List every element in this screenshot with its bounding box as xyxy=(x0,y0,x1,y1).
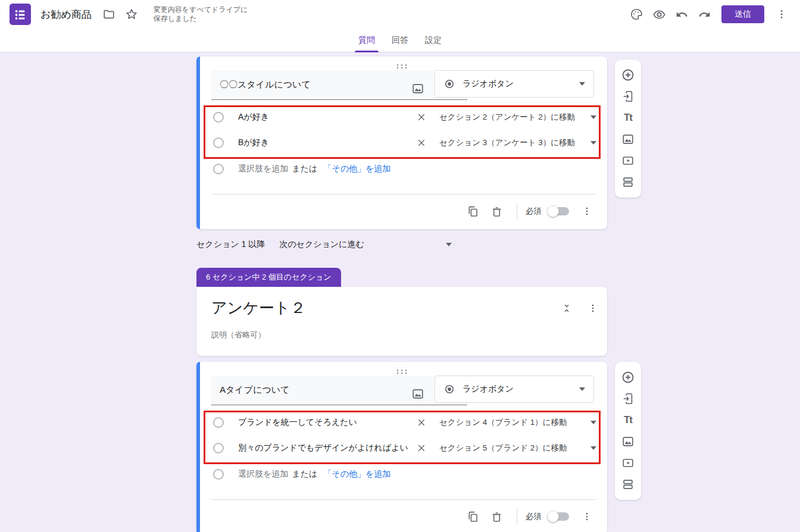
radio-circle-icon xyxy=(213,443,224,453)
tab-questions[interactable]: 質問 xyxy=(350,29,383,52)
goto-section-label: セクション 5（ブランド 2）に移動 xyxy=(439,443,590,453)
import-questions-icon[interactable] xyxy=(620,89,636,104)
add-option-link[interactable]: 選択肢を追加 xyxy=(238,164,288,174)
redo-icon[interactable] xyxy=(693,3,715,26)
collapse-section-icon[interactable] xyxy=(558,300,575,317)
add-section-icon[interactable] xyxy=(620,174,636,190)
add-video-icon[interactable] xyxy=(620,153,636,168)
radio-button-icon xyxy=(443,383,455,395)
chevron-down-icon xyxy=(590,421,596,424)
goto-section-dropdown[interactable]: セクション 3（アンケート 3）に移動 xyxy=(439,130,596,155)
duplicate-icon[interactable] xyxy=(461,505,485,528)
question-type-dropdown[interactable]: ラジオボタン xyxy=(435,70,594,98)
question-title-text: Aタイプについて xyxy=(220,384,289,396)
radio-circle-icon xyxy=(213,137,224,148)
tt-glyph: Tt xyxy=(624,112,632,124)
add-question-icon[interactable] xyxy=(620,370,636,385)
section-description-input[interactable]: 説明（省略可） xyxy=(211,330,265,340)
forms-editor-screen: お勧め商品 変更内容をすべてドライブに 保存しました 送信 質問 xyxy=(0,0,800,532)
insert-toolbar-2: Tt xyxy=(615,362,641,500)
add-title-icon[interactable]: Tt xyxy=(620,412,636,428)
tab-responses[interactable]: 回答 xyxy=(383,29,417,52)
option-label[interactable]: Bが好き xyxy=(238,137,269,148)
radio-circle-icon xyxy=(213,112,224,123)
document-title[interactable]: お勧め商品 xyxy=(40,8,92,21)
save-status: 変更内容をすべてドライブに 保存しました xyxy=(154,5,248,23)
radio-circle-icon xyxy=(213,164,224,174)
tab-settings[interactable]: 設定 xyxy=(417,29,450,52)
goto-section-label: セクション 3（アンケート 3）に移動 xyxy=(439,137,590,148)
option-label[interactable]: ブランドを統一してそろえたい xyxy=(238,417,357,428)
delete-icon[interactable] xyxy=(485,199,508,223)
preview-eye-icon[interactable] xyxy=(648,3,670,26)
question-type-label: ラジオボタン xyxy=(462,79,572,89)
question-type-dropdown[interactable]: ラジオボタン xyxy=(435,375,594,403)
card-footer: 必須 xyxy=(196,198,607,224)
import-questions-icon[interactable] xyxy=(620,391,636,406)
chevron-down-icon xyxy=(590,446,596,450)
option-label[interactable]: Aが好き xyxy=(238,112,269,123)
insert-toolbar-1: Tt xyxy=(615,60,641,198)
remove-option-icon[interactable] xyxy=(414,415,429,430)
add-image-icon[interactable] xyxy=(406,77,430,101)
chevron-down-icon xyxy=(590,141,596,145)
question-type-label: ラジオボタン xyxy=(462,384,572,395)
section-title-input[interactable]: アンケート２ xyxy=(211,298,305,318)
theme-palette-icon[interactable] xyxy=(625,3,648,26)
add-image-icon[interactable] xyxy=(620,132,636,147)
tab-bar: 質問 回答 設定 xyxy=(0,29,800,52)
more-options-icon[interactable] xyxy=(585,300,601,317)
section-header-card: アンケート２ 説明（省略可） xyxy=(196,287,607,356)
or-text: または xyxy=(292,469,317,480)
chevron-down-icon xyxy=(590,115,596,119)
section-badge: 6 セクション中 2 個目のセクション xyxy=(196,268,341,287)
goto-section-dropdown[interactable]: セクション 5（ブランド 2）に移動 xyxy=(439,436,596,461)
chevron-down-icon xyxy=(446,243,452,246)
required-label: 必須 xyxy=(526,511,542,522)
tt-glyph: Tt xyxy=(624,414,632,426)
more-options-icon[interactable] xyxy=(575,505,599,528)
required-toggle[interactable] xyxy=(549,512,569,521)
divider xyxy=(211,499,595,500)
undo-icon[interactable] xyxy=(670,3,693,26)
add-video-icon[interactable] xyxy=(620,455,636,471)
toggle-knob xyxy=(547,511,559,522)
add-other-link[interactable]: 「その他」を追加 xyxy=(323,469,390,480)
add-section-icon[interactable] xyxy=(620,477,636,492)
question-card-1: 〇〇スタイルについて ラジオボタン Aが好き セクション 2（アンケート 2）に… xyxy=(196,57,607,229)
add-image-icon[interactable] xyxy=(406,382,430,406)
star-icon[interactable] xyxy=(120,3,143,26)
add-other-link[interactable]: 「その他」を追加 xyxy=(323,164,390,174)
goto-section-label: セクション 4（ブランド 1）に移動 xyxy=(439,417,590,428)
chevron-down-icon xyxy=(579,82,585,86)
or-text: または xyxy=(292,164,317,174)
option-row: 別々のブランドでもデザインがよければよい セクション 5（ブランド 2）に移動 xyxy=(196,436,607,461)
send-button[interactable]: 送信 xyxy=(721,5,764,23)
divider xyxy=(517,203,517,220)
goto-section-label: セクション 2（アンケート 2）に移動 xyxy=(439,112,590,123)
goto-section-dropdown[interactable]: セクション 4（ブランド 1）に移動 xyxy=(439,410,596,435)
add-title-icon[interactable]: Tt xyxy=(620,110,636,126)
move-to-folder-icon[interactable] xyxy=(98,3,120,26)
add-question-icon[interactable] xyxy=(620,67,636,83)
question-card-2: Aタイプについて ラジオボタン ブランドを統一してそろえたい セクション 4（ブ… xyxy=(196,362,607,532)
add-option-link[interactable]: 選択肢を追加 xyxy=(238,469,288,480)
remove-option-icon[interactable] xyxy=(414,109,429,125)
more-options-icon[interactable] xyxy=(770,3,793,26)
option-row: ブランドを統一してそろえたい セクション 4（ブランド 1）に移動 xyxy=(196,410,607,435)
required-toggle[interactable] xyxy=(549,207,569,215)
goto-section-dropdown[interactable]: セクション 2（アンケート 2）に移動 xyxy=(439,105,596,130)
more-options-icon[interactable] xyxy=(575,199,599,223)
divider xyxy=(517,508,517,525)
required-label: 必須 xyxy=(526,206,542,217)
remove-option-icon[interactable] xyxy=(414,135,429,151)
after-section-dropdown[interactable]: 次のセクションに進む xyxy=(279,239,452,250)
delete-icon[interactable] xyxy=(485,505,508,528)
option-label[interactable]: 別々のブランドでもデザインがよければよい xyxy=(238,443,408,453)
add-image-icon[interactable] xyxy=(620,434,636,449)
after-section-row: セクション 1 以降 次のセクションに進む xyxy=(196,236,607,254)
duplicate-icon[interactable] xyxy=(461,199,485,223)
remove-option-icon[interactable] xyxy=(414,440,429,456)
card-footer: 必須 xyxy=(196,503,607,530)
forms-logo-icon[interactable] xyxy=(10,4,31,25)
